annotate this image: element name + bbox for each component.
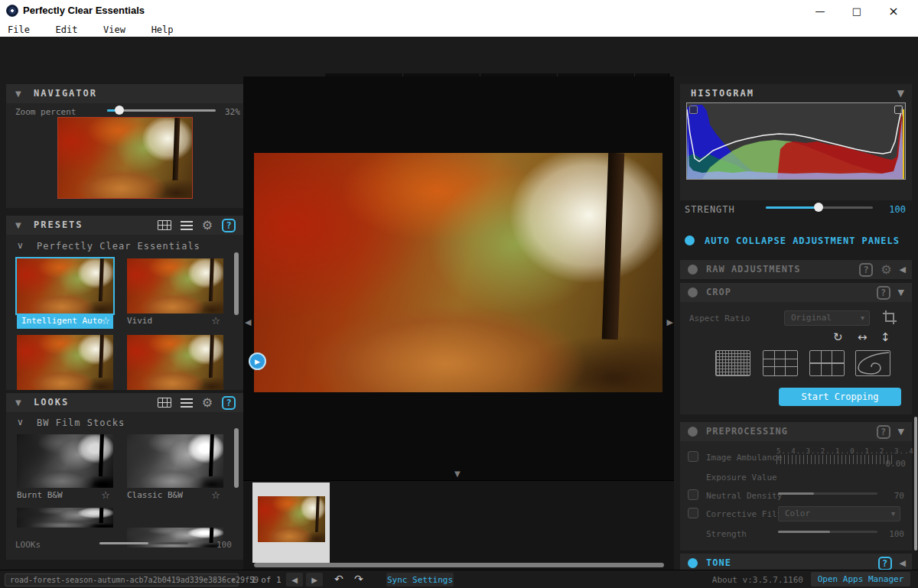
list-view-icon[interactable] xyxy=(181,220,193,230)
preset-vivid[interactable]: Vivid☆ xyxy=(127,258,223,329)
corrective-filter-dropdown[interactable]: Color ▾ xyxy=(778,506,900,521)
help-icon[interactable]: ? xyxy=(222,396,236,410)
filmstrip-toggle-icon[interactable]: ▼ xyxy=(454,469,461,478)
neutral-density-slider[interactable] xyxy=(778,489,877,498)
preset-intelligent-auto[interactable]: Intelligent Auto☆ xyxy=(17,258,113,329)
collapse-icon[interactable]: ▼ xyxy=(15,221,21,229)
help-icon[interactable]: ? xyxy=(877,425,890,439)
navigator-panel: ▼ NAVIGATOR Zoom percent 32% xyxy=(6,84,243,208)
dropdown-arrow-icon: ▾ xyxy=(891,509,895,518)
looks-group-name[interactable]: BW Film Stocks xyxy=(37,417,125,428)
navigator-zoom-slider[interactable] xyxy=(107,106,216,115)
grid-view-icon[interactable] xyxy=(158,220,171,230)
collapse-left-panel-icon[interactable]: ◀ xyxy=(245,317,251,327)
flip-vertical-icon[interactable]: ↕ xyxy=(881,330,890,344)
redo-icon[interactable]: ↷ xyxy=(354,573,363,585)
start-cropping-button[interactable]: Start Cropping xyxy=(779,388,901,406)
presets-scrollbar[interactable] xyxy=(234,252,239,315)
navigator-preview-image[interactable] xyxy=(57,117,193,199)
look-burnt-bw[interactable]: Burnt B&W☆ xyxy=(17,434,113,503)
maximize-button[interactable]: □ xyxy=(838,0,875,21)
crop-grid-fine-button[interactable] xyxy=(715,350,750,376)
neutral-density-checkbox[interactable] xyxy=(688,489,698,500)
preset-thumbnail[interactable] xyxy=(127,335,223,390)
chevron-down-icon[interactable]: ∨ xyxy=(17,240,24,251)
expand-icon[interactable]: ◀ xyxy=(900,558,906,568)
look-classic-bw[interactable]: Classic B&W☆ xyxy=(127,434,223,503)
undo-icon[interactable]: ↶ xyxy=(334,573,343,585)
filmstrip-item[interactable] xyxy=(252,482,330,563)
panel-enable-dot[interactable] xyxy=(688,427,698,437)
menu-help[interactable]: Help xyxy=(151,23,174,37)
collapse-icon[interactable]: ▼ xyxy=(15,398,21,407)
corrective-filter-checkbox[interactable] xyxy=(688,508,698,518)
right-panel-scrollbar[interactable] xyxy=(914,417,917,551)
crop-grid-half-button[interactable] xyxy=(809,350,845,376)
rotate-icon[interactable]: ↻ xyxy=(833,330,843,344)
favorite-star-icon[interactable]: ☆ xyxy=(101,313,110,329)
toolbar: − + 32% Perfectly Clear Essentials ∨ HD … xyxy=(0,37,918,76)
main-image[interactable] xyxy=(254,153,662,392)
image-ambulance-checkbox[interactable] xyxy=(688,451,698,462)
help-icon[interactable]: ? xyxy=(878,557,892,570)
sync-settings-button[interactable]: Sync Settings xyxy=(386,573,454,586)
before-after-play-button[interactable]: ▶ xyxy=(249,352,266,370)
auto-collapse-toggle[interactable] xyxy=(685,236,695,245)
chevron-down-icon[interactable]: ∨ xyxy=(17,417,24,427)
menu-file[interactable]: File xyxy=(8,23,30,37)
grid-view-icon[interactable] xyxy=(158,398,171,408)
strength-row: STRENGTH 100 xyxy=(680,203,912,218)
collapse-icon[interactable]: ▼ xyxy=(897,88,904,99)
next-image-button[interactable]: ▶ xyxy=(306,573,323,586)
neutral-density-label: Neutral Density xyxy=(706,491,782,501)
navigator-title: NAVIGATOR xyxy=(34,88,97,99)
crop-grid-thirds-button[interactable] xyxy=(763,350,798,376)
minimize-button[interactable]: — xyxy=(802,0,838,21)
help-icon[interactable]: ? xyxy=(859,263,873,277)
favorite-star-icon[interactable]: ☆ xyxy=(211,488,220,503)
menu-edit[interactable]: Edit xyxy=(56,23,78,37)
looks-strength-slider[interactable] xyxy=(99,539,188,547)
exposure-ruler[interactable]: 5..4..3..2..1..0..1..2..3..4..5 xyxy=(776,447,893,464)
panel-enable-dot[interactable] xyxy=(688,265,698,275)
preprocessing-panel: PREPROCESSING ? ▼ Image Ambulance 5..4..… xyxy=(680,422,912,551)
collapse-right-panel-icon[interactable]: ▶ xyxy=(667,317,673,327)
previous-image-button[interactable]: ◀ xyxy=(286,573,303,586)
favorite-star-icon[interactable]: ☆ xyxy=(211,313,220,329)
expand-icon[interactable]: ◀ xyxy=(900,265,906,275)
neutral-density-value: 70 xyxy=(894,491,904,501)
close-button[interactable]: × xyxy=(875,0,912,21)
crop-golden-spiral-button[interactable] xyxy=(855,350,890,376)
preprocessing-strength-slider[interactable] xyxy=(778,528,877,536)
open-apps-manager-button[interactable]: Open Apps Manager xyxy=(811,572,910,586)
filmstrip-scrollbar[interactable] xyxy=(254,563,664,567)
gear-icon[interactable]: ⚙ xyxy=(202,219,213,232)
preprocessing-strength-value: 100 xyxy=(889,529,904,539)
auto-collapse-row[interactable]: AUTO COLLAPSE ADJUSTMENT PANELS xyxy=(680,234,912,249)
collapse-icon[interactable]: ▼ xyxy=(15,89,21,98)
list-view-icon[interactable] xyxy=(181,398,193,408)
presets-title: PRESETS xyxy=(34,219,83,230)
collapse-icon[interactable]: ▼ xyxy=(898,427,904,437)
crop-tool-icon[interactable] xyxy=(882,310,897,325)
filename-dropdown[interactable]: road-forest-season-autumn-acb7a2b0419ad3… xyxy=(5,573,239,586)
preset-group-name[interactable]: Perfectly Clear Essentials xyxy=(37,241,200,252)
panel-enable-dot[interactable] xyxy=(688,288,698,297)
look-thumbnail[interactable] xyxy=(17,508,113,528)
shadow-clipping-checkbox[interactable] xyxy=(689,106,698,114)
raw-adjustments-header[interactable]: RAW ADJUSTMENTS ? ⚙ ◀ xyxy=(680,260,912,279)
aspect-ratio-dropdown[interactable]: Original ▾ xyxy=(784,310,870,326)
gear-icon[interactable]: ⚙ xyxy=(881,264,891,276)
gear-icon[interactable]: ⚙ xyxy=(202,397,213,409)
menu-view[interactable]: View xyxy=(103,23,125,37)
flip-horizontal-icon[interactable]: ↔ xyxy=(858,330,868,344)
highlight-clipping-checkbox[interactable] xyxy=(894,106,903,114)
favorite-star-icon[interactable]: ☆ xyxy=(101,488,110,503)
preset-thumbnail[interactable] xyxy=(17,335,113,390)
help-icon[interactable]: ? xyxy=(222,219,236,232)
looks-scrollbar[interactable] xyxy=(234,428,239,488)
collapse-icon[interactable]: ▼ xyxy=(898,288,904,297)
help-icon[interactable]: ? xyxy=(877,286,890,300)
strength-slider[interactable] xyxy=(766,203,873,212)
panel-enable-dot[interactable] xyxy=(688,558,698,568)
